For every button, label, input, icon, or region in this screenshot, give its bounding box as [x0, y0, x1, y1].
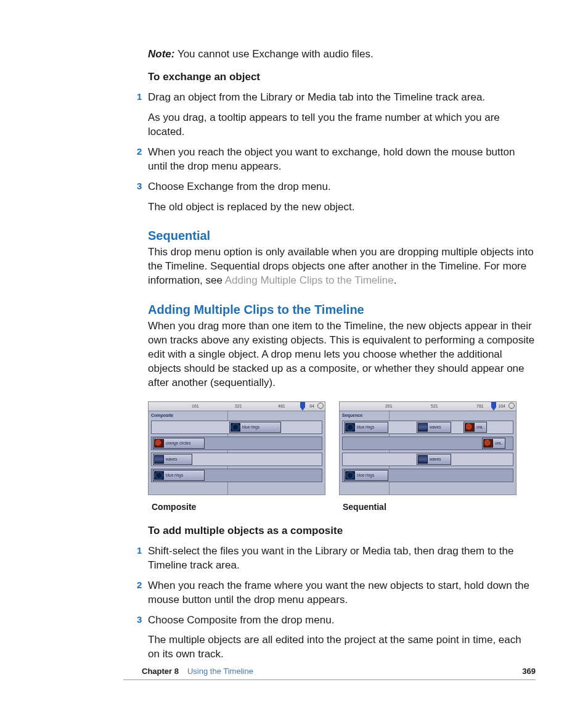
- ruler-tick: 321: [235, 403, 242, 409]
- ruler-tick: 261: [385, 403, 393, 409]
- clip: blue rings: [229, 422, 281, 433]
- list-item: 1 Shift-select the files you want in the…: [148, 544, 536, 573]
- step-number: 1: [137, 544, 142, 557]
- timeline-track: blue rings: [151, 469, 322, 482]
- composite-heading: To add multiple objects as a composite: [148, 524, 536, 538]
- clip-thumb-icon: [154, 439, 164, 448]
- clip: ora..: [482, 438, 505, 449]
- figure-sequential: 261 521 781 104 Sequence blue rings: [339, 401, 517, 513]
- step-text: When you reach the frame where you want …: [148, 579, 536, 607]
- ruler-tick: 104: [498, 403, 505, 409]
- timeline-sequential: 261 521 781 104 Sequence blue rings: [339, 401, 517, 495]
- clip-thumb-icon: [483, 439, 493, 448]
- clip-thumb-icon: [345, 471, 355, 480]
- clip: blue rings: [344, 470, 388, 481]
- step-after: As you drag, a tooltip appears to tell y…: [148, 111, 536, 139]
- step-number: 2: [137, 146, 142, 158]
- step-number: 2: [137, 579, 142, 591]
- step-after: The old object is replaced by the new ob…: [148, 200, 536, 215]
- clip-label: ora..: [495, 441, 503, 446]
- clip: blue rings: [344, 422, 388, 433]
- step-text: When you reach the object you want to ex…: [148, 146, 536, 174]
- exchange-heading: To exchange an object: [148, 70, 536, 84]
- step-number: 3: [137, 614, 142, 626]
- timeline-ruler: 161 321 481 64: [149, 402, 325, 411]
- figures-row: 161 321 481 64 Composite 3 Objects blue …: [148, 401, 536, 513]
- figure-caption: Sequential: [343, 501, 517, 513]
- zoom-icon: [508, 403, 515, 409]
- clip-thumb-icon: [465, 423, 475, 432]
- adding-heading: Adding Multiple Clips to the Timeline: [148, 302, 536, 318]
- step-number: 3: [137, 180, 142, 192]
- note-text: You cannot use Exchange with audio files…: [178, 48, 374, 60]
- step-text: Choose Composite from the drop menu.: [148, 614, 536, 628]
- group-label: Sequence: [342, 413, 362, 418]
- sequential-heading: Sequential: [148, 228, 536, 244]
- clip-label: orange circles: [166, 441, 190, 446]
- timeline-track: blue rings: [342, 469, 513, 482]
- seq-body-b: .: [394, 274, 397, 286]
- timeline-track: orange circles: [151, 437, 322, 450]
- clip-thumb-icon: [418, 455, 428, 464]
- ruler-tick: 481: [278, 403, 285, 409]
- timeline-track: blue rings: [151, 421, 322, 434]
- clip-label: waves: [166, 457, 177, 462]
- note-label: Note:: [148, 48, 174, 60]
- clip: blue rings: [153, 470, 205, 481]
- list-item: 2 When you reach the frame where you wan…: [148, 579, 536, 607]
- seq-link[interactable]: Adding Multiple Clips to the Timeline: [225, 274, 394, 286]
- clip-label: blue rings: [357, 425, 374, 430]
- clip-label: waves: [430, 425, 441, 430]
- footer-page: 369: [522, 666, 536, 677]
- clip: waves: [417, 454, 451, 465]
- clip-thumb-icon: [418, 423, 428, 432]
- figure-composite: 161 321 481 64 Composite 3 Objects blue …: [148, 401, 325, 513]
- ruler-tick: 781: [476, 403, 484, 409]
- footer-chapter: Chapter 8: [142, 666, 179, 677]
- clip-thumb-icon: [154, 471, 164, 480]
- clip-thumb-icon: [231, 423, 240, 432]
- clip-label: waves: [430, 457, 441, 462]
- timeline-track: blue rings waves ora..: [342, 421, 513, 434]
- clip-thumb-icon: [154, 455, 164, 464]
- note-line: Note: You cannot use Exchange with audio…: [148, 47, 536, 62]
- clip-label: ora..: [476, 425, 484, 430]
- list-item: 3 Choose Exchange from the drop menu. Th…: [148, 180, 536, 215]
- step-text: Choose Exchange from the drop menu.: [148, 180, 536, 194]
- list-item: 1 Drag an object from the Library or Med…: [148, 91, 536, 139]
- timeline-track: waves: [342, 453, 513, 466]
- step-text: Drag an object from the Library or Media…: [148, 91, 536, 105]
- timeline-ruler: 261 521 781 104: [340, 402, 516, 411]
- zoom-icon: [317, 403, 324, 409]
- footer-title: Using the Timeline: [187, 666, 253, 677]
- playhead-icon: [300, 402, 305, 411]
- clip: waves: [417, 422, 451, 433]
- adding-body: When you drag more than one item to the …: [148, 319, 536, 390]
- group-label: Composite: [151, 413, 173, 418]
- figure-caption: Composite: [152, 501, 325, 513]
- timeline-composite: 161 321 481 64 Composite 3 Objects blue …: [148, 401, 325, 495]
- clip: orange circles: [153, 438, 205, 449]
- list-item: 2 When you reach the object you want to …: [148, 146, 536, 174]
- clip-label: blue rings: [357, 473, 374, 478]
- step-number: 1: [137, 91, 142, 103]
- step-text: Shift-select the files you want in the L…: [148, 544, 536, 573]
- clip: waves: [153, 454, 192, 465]
- list-item: 3 Choose Composite from the drop menu. T…: [148, 614, 536, 662]
- playhead-icon: [491, 402, 496, 411]
- page-footer: Chapter 8 Using the Timeline 369: [123, 666, 536, 680]
- timeline-track: waves: [151, 453, 322, 466]
- clip-label: blue rings: [242, 425, 259, 430]
- ruler-tick: 64: [309, 403, 314, 409]
- clip: ora..: [463, 422, 487, 433]
- step-after: The multiple objects are all edited into…: [148, 633, 536, 662]
- clip-label: blue rings: [166, 473, 183, 478]
- sequential-body: This drop menu option is only available …: [148, 245, 536, 288]
- ruler-tick: 521: [431, 403, 438, 409]
- clip-thumb-icon: [345, 423, 355, 432]
- ruler-tick: 161: [192, 403, 199, 409]
- timeline-track: ora..: [342, 437, 513, 450]
